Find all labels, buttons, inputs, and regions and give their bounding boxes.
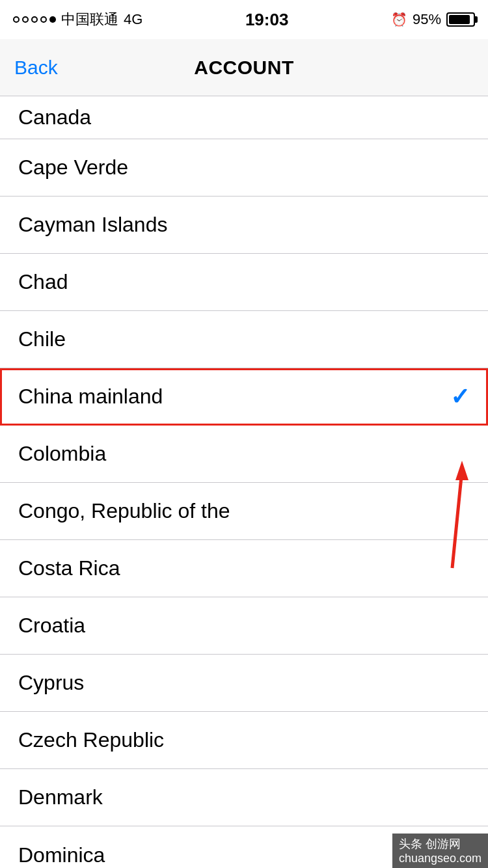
list-item-china-mainland[interactable]: China mainland ✓ [0,368,488,426]
country-name: Chad [18,270,68,294]
list-item[interactable]: Congo, Republic of the [0,483,488,540]
battery-percent: 95% [413,11,441,28]
list-item[interactable]: Croatia [0,597,488,655]
country-name: Congo, Republic of the [18,499,230,523]
country-name: Cape Verde [18,156,128,180]
country-name: Dominica [18,843,105,867]
battery-icon [446,12,475,27]
country-name: Czech Republic [18,728,164,752]
country-list: Canada Cape Verde Cayman Islands Chad Ch… [0,96,488,868]
list-item[interactable]: Colombia [0,426,488,483]
watermark-domain: chuangseo.com [399,852,481,865]
list-item[interactable]: Cyprus [0,655,488,712]
network-type-label: 4G [124,11,142,28]
nav-bar: Back ACCOUNT [0,39,488,96]
signal-dot-4 [40,16,47,23]
list-item[interactable]: Chile [0,311,488,368]
country-list-container: Canada Cape Verde Cayman Islands Chad Ch… [0,96,488,868]
watermark-text: 头条 创游网 [399,837,461,850]
status-right: ⏰ 95% [391,11,475,28]
country-name: Chile [18,327,66,351]
signal-dot-1 [13,16,20,23]
country-name: Cayman Islands [18,213,167,237]
country-name: Costa Rica [18,556,120,580]
country-name: Cyprus [18,671,84,695]
list-item[interactable]: Czech Republic [0,712,488,769]
back-button[interactable]: Back [14,57,58,79]
carrier-label: 中国联通 [61,10,118,29]
signal-dots [13,16,56,23]
status-left: 中国联通 4G [13,10,142,29]
watermark: 头条 创游网 chuangseo.com [392,834,488,868]
country-name: Canada [18,105,91,129]
alarm-icon: ⏰ [391,12,407,27]
list-item[interactable]: Costa Rica [0,540,488,597]
page-title: ACCOUNT [194,57,294,79]
signal-dot-2 [22,16,29,23]
status-bar: 中国联通 4G 19:03 ⏰ 95% [0,0,488,39]
list-item[interactable]: Chad [0,254,488,311]
status-time: 19:03 [245,10,289,30]
list-item-cayman-islands[interactable]: Cayman Islands [0,197,488,254]
country-name: Colombia [18,442,106,466]
signal-dot-5 [49,16,56,23]
country-name: Croatia [18,614,85,638]
country-name: Denmark [18,785,103,809]
list-item[interactable]: Denmark [0,769,488,826]
country-name: China mainland [18,385,163,409]
signal-dot-3 [31,16,38,23]
list-item[interactable]: Cape Verde [0,139,488,197]
selected-checkmark: ✓ [450,383,470,411]
battery-fill [449,15,470,24]
list-item[interactable]: Canada [0,96,488,139]
